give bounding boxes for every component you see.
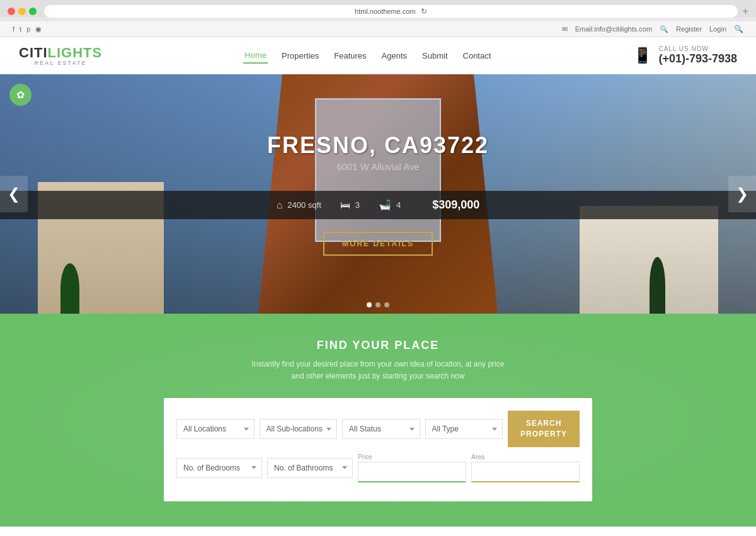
- facebook-link[interactable]: f: [13, 25, 14, 33]
- url-bar[interactable]: html.nootheme.com ↻: [44, 5, 738, 18]
- top-bar: f t p ◉ ✉ Email:info@citilights.com 🔍 Re…: [0, 21, 756, 37]
- sublocations-select[interactable]: All Sub-locations North South East West: [260, 419, 338, 439]
- hero-slider: ✿ ❮ ❯ FRESNO, CA93722 6001 W Alluvial Av…: [0, 74, 756, 314]
- hero-beds: 🛏 3: [340, 200, 360, 211]
- social-links: f t p ◉: [13, 25, 42, 33]
- baths-value: 4: [396, 200, 401, 210]
- hero-dot-2[interactable]: [375, 302, 381, 307]
- price-label: Price: [358, 453, 466, 460]
- search-icon-top: 🔍: [660, 25, 668, 33]
- logo-sub: REAL ESTATE: [19, 60, 102, 66]
- close-dot[interactable]: [8, 8, 15, 15]
- area-input[interactable]: [471, 462, 580, 482]
- hero-dots: [367, 302, 389, 307]
- hero-sqft: ⌂ 2400 sqft: [277, 200, 321, 211]
- maximize-dot[interactable]: [29, 8, 37, 15]
- nav-features[interactable]: Features: [333, 48, 367, 63]
- sqft-icon: ⌂: [277, 200, 283, 211]
- beds-value: 3: [355, 200, 360, 210]
- hero-baths: 🛁 4: [379, 199, 401, 211]
- recent-section: RECENT PROPERTIES ❮ ❯: [0, 527, 756, 536]
- top-bar-right: ✉ Email:info@citilights.com 🔍 Register L…: [562, 25, 743, 33]
- hero-stats: ⌂ 2400 sqft 🛏 3 🛁 4 $309,000: [0, 191, 756, 219]
- nav-home[interactable]: Home: [243, 48, 268, 64]
- call-section: 📱 CALL US NOW (+01)-793-7938: [633, 45, 737, 66]
- search-row-1: All Locations Downtown Suburbs Rural All…: [176, 411, 580, 447]
- url-text: html.nootheme.com: [355, 8, 416, 15]
- pinterest-link[interactable]: p: [26, 25, 30, 33]
- hero-city: FRESNO, CA93722: [267, 132, 489, 159]
- email-link[interactable]: Email:info@citilights.com: [575, 25, 652, 33]
- baths-icon: 🛁: [379, 199, 391, 211]
- hero-dot-3[interactable]: [384, 302, 389, 307]
- browser-dots: [8, 8, 37, 15]
- hero-next-button[interactable]: ❯: [728, 176, 756, 212]
- logo[interactable]: CITILIGHTS REAL ESTATE: [19, 45, 102, 66]
- search-button-top[interactable]: 🔍: [734, 25, 743, 33]
- type-select[interactable]: All Type House Apartment Condo Land: [425, 419, 503, 439]
- header: CITILIGHTS REAL ESTATE Home Properties F…: [0, 37, 756, 74]
- minimize-dot[interactable]: [18, 8, 26, 15]
- nav-contact[interactable]: Contact: [462, 48, 493, 63]
- hero-prev-button[interactable]: ❮: [0, 176, 28, 212]
- register-link[interactable]: Register: [676, 25, 702, 33]
- add-tab-icon[interactable]: +: [743, 6, 748, 17]
- phone-icon: 📱: [633, 47, 652, 64]
- price-field-wrapper: Price: [358, 453, 466, 482]
- area-label: Area: [471, 453, 580, 460]
- hero-address: 6001 W Alluvial Ave: [336, 161, 419, 172]
- price-input[interactable]: [358, 462, 466, 482]
- call-info: CALL US NOW (+01)-793-7938: [658, 45, 737, 66]
- locations-select[interactable]: All Locations Downtown Suburbs Rural: [176, 419, 255, 439]
- search-desc: Instantly find your desired place from y…: [19, 358, 737, 382]
- phone-number[interactable]: (+01)-793-7938: [658, 52, 737, 66]
- login-link[interactable]: Login: [709, 25, 726, 33]
- search-row-2: No. of Bedrooms 1 2 3 4 5+ No. of Bathro…: [176, 453, 580, 482]
- email-icon: ✉: [562, 25, 568, 33]
- nav-agents[interactable]: Agents: [381, 48, 408, 63]
- nav-properties[interactable]: Properties: [280, 48, 320, 63]
- hero-content: FRESNO, CA93722 6001 W Alluvial Ave ⌂ 24…: [0, 74, 756, 314]
- main-nav: Home Properties Features Agents Submit C…: [243, 48, 492, 64]
- hero-dot-1[interactable]: [367, 302, 372, 307]
- sqft-value: 2400 sqft: [287, 200, 321, 210]
- search-title: FIND YOUR PLACE: [19, 339, 737, 352]
- logo-lights: LIGHTS: [48, 45, 103, 60]
- logo-citi: CITI: [19, 45, 48, 60]
- nav-submit[interactable]: Submit: [421, 48, 449, 63]
- search-box: All Locations Downtown Suburbs Rural All…: [164, 398, 592, 501]
- bathrooms-select[interactable]: No. of Bathrooms 1 2 3 4+: [267, 458, 353, 478]
- call-label: CALL US NOW: [658, 45, 737, 52]
- twitter-link[interactable]: t: [20, 25, 21, 33]
- bedrooms-select[interactable]: No. of Bedrooms 1 2 3 4 5+: [176, 458, 262, 478]
- refresh-icon[interactable]: ↻: [421, 7, 427, 16]
- beds-icon: 🛏: [340, 200, 350, 211]
- search-property-button[interactable]: SEARCHPROPERTY: [508, 411, 580, 447]
- area-field-wrapper: Area: [471, 453, 580, 482]
- website: f t p ◉ ✉ Email:info@citilights.com 🔍 Re…: [0, 21, 756, 536]
- hero-price: $309,000: [432, 198, 479, 212]
- rss-link[interactable]: ◉: [35, 25, 42, 33]
- hero-details-button[interactable]: MORE DETAILS: [323, 232, 433, 256]
- browser-chrome: html.nootheme.com ↻ +: [0, 0, 756, 18]
- search-section: FIND YOUR PLACE Instantly find your desi…: [0, 314, 756, 527]
- status-select[interactable]: All Status For Sale For Rent Sold: [342, 419, 420, 439]
